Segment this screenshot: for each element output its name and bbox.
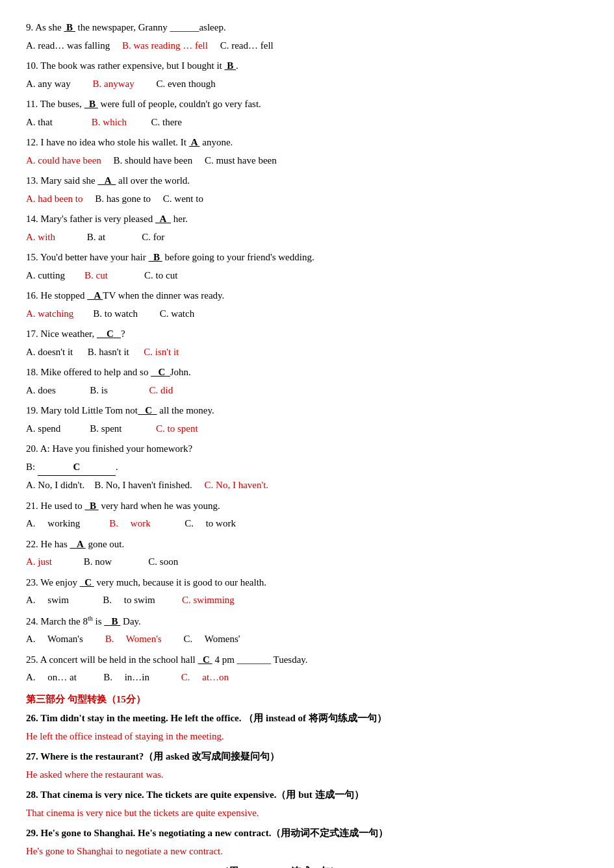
question-24: 24. March the 8th is B Day. bbox=[26, 613, 588, 630]
q16-options: A. watching B. to watch C. watch bbox=[26, 306, 588, 323]
q29-question: 29. He's gone to Shanghai. He's negotiat… bbox=[26, 825, 588, 842]
q15-options: A. cutting B. cut C. to cut bbox=[26, 267, 588, 284]
question-22: 22. He has A gone out. bbox=[26, 536, 588, 553]
question-16: 16. He stopped A TV when the dinner was … bbox=[26, 288, 588, 304]
question-17: 17. Nice weather, C ? bbox=[26, 326, 588, 343]
q19-options: A. spend B. spent C. to spent bbox=[26, 421, 588, 438]
question-14: 14. Mary's father is very pleased A her. bbox=[26, 211, 588, 228]
question-11: 11. The buses, B were full of people, co… bbox=[26, 96, 588, 113]
exam-page: 9. As she B the newspaper, Granny ______… bbox=[26, 19, 588, 868]
q27-answer: He asked where the restaurant was. bbox=[26, 767, 588, 784]
question-9: 9. As she B the newspaper, Granny ______… bbox=[26, 19, 588, 36]
question-15: 15. You'd better have your hair B before… bbox=[26, 249, 588, 266]
q13-options: A. had been to B. has gone to C. went to bbox=[26, 191, 588, 208]
q17-options: A. doesn't it B. hasn't it C. isn't it bbox=[26, 344, 588, 361]
question-19: 19. Mary told Little Tom not C all the m… bbox=[26, 403, 588, 419]
q20-options: A. No, I didn't. B. No, I haven't finish… bbox=[26, 477, 588, 494]
question-18: 18. Mike offered to help and so C John. bbox=[26, 364, 588, 381]
question-20b: B: C . bbox=[26, 459, 588, 477]
question-10: 10. The book was rather expensive, but I… bbox=[26, 58, 588, 75]
question-20a: 20. A: Have you finished your homework? bbox=[26, 441, 588, 458]
q10-options: A. any way B. anyway C. even though bbox=[26, 76, 588, 93]
q29-answer: He's gone to Shanghai to negotiate a new… bbox=[26, 843, 588, 860]
q25-options: A. on… at B. in…in C. at…on bbox=[26, 669, 588, 686]
q12-options: A. could have been B. should have been C… bbox=[26, 153, 588, 169]
q22-options: A. just B. now C. soon bbox=[26, 554, 588, 571]
q28-answer: That cinema is very nice but the tickets… bbox=[26, 805, 588, 822]
q18-options: A. does B. is C. did bbox=[26, 382, 588, 399]
q9-options: A. read… was falling B. was reading … fe… bbox=[26, 38, 588, 55]
q14-options: A. with B. at C. for bbox=[26, 229, 588, 246]
q9-text: 9. As she B the newspaper, Granny ______… bbox=[26, 22, 226, 32]
q30-question: 30. He didn't run fast. He didn't catch … bbox=[26, 863, 588, 868]
q24-options: A. Woman's B. Women's C. Womens' bbox=[26, 631, 588, 648]
q11-options: A. that B. which C. there bbox=[26, 114, 588, 131]
q28-question: 28. That cinema is very nice. The ticket… bbox=[26, 787, 588, 804]
question-23: 23. We enjoy C very much, because it is … bbox=[26, 575, 588, 591]
q27-question: 27. Where is the restaurant?（用 asked 改写成… bbox=[26, 749, 588, 765]
question-13: 13. Mary said she A all over the world. bbox=[26, 173, 588, 190]
q26-answer: He left the office instead of staying in… bbox=[26, 728, 588, 745]
q23-options: A. swim B. to swim C. swimming bbox=[26, 592, 588, 609]
q20-blank: C bbox=[38, 459, 116, 477]
section3-header: 第三部分 句型转换（15分） bbox=[26, 691, 588, 708]
question-25: 25. A concert will be held in the school… bbox=[26, 652, 588, 669]
question-12: 12. I have no idea who stole his wallet.… bbox=[26, 134, 588, 151]
q26-question: 26. Tim didn't stay in the meeting. He l… bbox=[26, 710, 588, 727]
q21-options: A. working B. work C. to work bbox=[26, 515, 588, 532]
question-21: 21. He used to B very hard when he was y… bbox=[26, 498, 588, 515]
